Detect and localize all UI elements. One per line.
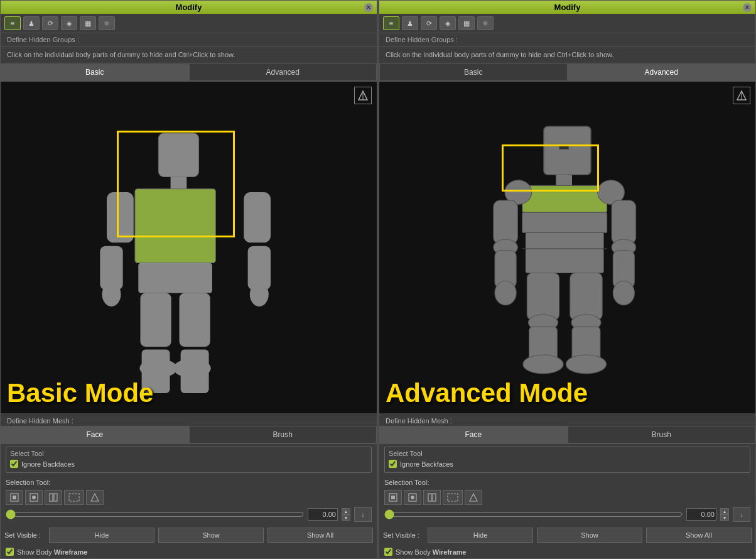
left-select-tool-group: Select Tool Ignore Backfaces bbox=[6, 447, 372, 473]
left-top-tabs: Basic Advanced bbox=[1, 63, 377, 82]
toolbar-checker-icon[interactable]: ▦ bbox=[80, 16, 96, 30]
svg-rect-57 bbox=[391, 496, 395, 499]
toolbar-rotate-icon[interactable]: ⟳ bbox=[42, 16, 58, 30]
right-tab-brush[interactable]: Brush bbox=[568, 426, 756, 443]
right-overlay-label: Advanced Mode bbox=[386, 378, 588, 408]
left-spinner-up[interactable]: ▲ bbox=[342, 508, 350, 514]
right-slider[interactable] bbox=[384, 509, 683, 519]
svg-rect-0 bbox=[158, 133, 198, 177]
left-tool-btn-3[interactable] bbox=[45, 490, 62, 505]
left-selection-tool-row: Selection Tool: bbox=[1, 475, 377, 525]
left-slider[interactable] bbox=[6, 509, 304, 519]
left-ignore-backfaces-row: Ignore Backfaces bbox=[10, 460, 367, 468]
svg-rect-10 bbox=[140, 293, 171, 347]
right-selection-tool-row: Selection Tool: bbox=[379, 475, 755, 525]
left-number-input[interactable] bbox=[308, 508, 338, 521]
right-tool-btn-4[interactable] bbox=[443, 490, 463, 505]
left-tab-advanced[interactable]: Advanced bbox=[189, 63, 377, 81]
right-tool-btn-1[interactable] bbox=[384, 490, 402, 505]
svg-rect-62 bbox=[448, 494, 458, 501]
left-viewport: Basic Mode bbox=[1, 82, 377, 413]
right-down-arrow-btn[interactable]: ↓ bbox=[733, 507, 750, 522]
left-spinner-down[interactable]: ▼ bbox=[342, 514, 350, 521]
left-set-visible-label: Set Visible : bbox=[4, 531, 45, 539]
svg-point-8 bbox=[250, 283, 269, 307]
right-viewport-icon[interactable] bbox=[733, 87, 750, 104]
svg-rect-23 bbox=[54, 494, 57, 501]
right-show-all-button[interactable]: Show All bbox=[646, 528, 752, 543]
right-tool-btn-5[interactable] bbox=[465, 490, 482, 505]
left-hide-button[interactable]: Hide bbox=[49, 528, 154, 543]
left-select-tool-label: Select Tool bbox=[10, 450, 367, 457]
left-visible-row: Set Visible : Hide Show Show All bbox=[4, 528, 373, 543]
right-ignore-backfaces-checkbox[interactable] bbox=[389, 460, 397, 468]
left-tool-btn-1[interactable] bbox=[6, 490, 23, 505]
left-panel: Modify ✕ ≡ ♟ ⟳ ◈ ▦ ⚛ Define Hidden Group… bbox=[0, 0, 377, 559]
right-toolbar: ≡ ♟ ⟳ ◈ ▦ ⚛ bbox=[379, 14, 755, 33]
svg-marker-63 bbox=[470, 494, 477, 501]
svg-rect-26 bbox=[544, 127, 591, 175]
right-title-bar: Modify ✕ bbox=[379, 1, 755, 14]
right-tab-basic[interactable]: Basic bbox=[379, 63, 568, 81]
right-number-input[interactable] bbox=[686, 508, 716, 521]
left-tab-basic[interactable]: Basic bbox=[1, 63, 189, 81]
left-tab-brush[interactable]: Brush bbox=[189, 426, 377, 443]
left-tool-btn-4[interactable] bbox=[64, 490, 84, 505]
svg-point-42 bbox=[613, 281, 634, 306]
left-show-all-button[interactable]: Show All bbox=[267, 528, 373, 543]
left-tool-btn-2[interactable] bbox=[25, 490, 43, 505]
right-panel: Modify ✕ ≡ ♟ ⟳ ◈ ▦ ⚛ Define Hidden Group… bbox=[379, 0, 756, 559]
left-selection-tool-label: Selection Tool: bbox=[6, 477, 372, 488]
right-viewport: Advanced Mode bbox=[379, 82, 755, 413]
right-spinner-up[interactable]: ▲ bbox=[720, 508, 729, 514]
left-bottom-tabs: Face Brush bbox=[1, 426, 377, 444]
svg-point-46 bbox=[523, 355, 563, 374]
svg-marker-25 bbox=[91, 494, 99, 501]
right-bottom-tabs: Face Brush bbox=[379, 426, 755, 444]
right-select-tool-group: Select Tool Ignore Backfaces bbox=[384, 447, 750, 473]
right-instruction: Click on the individual body parts of du… bbox=[379, 46, 755, 63]
right-select-tool-label: Select Tool bbox=[389, 450, 746, 457]
right-spinner-down[interactable]: ▼ bbox=[720, 514, 729, 521]
right-tab-face[interactable]: Face bbox=[379, 426, 568, 443]
right-toolbar-diamond-icon[interactable]: ◈ bbox=[440, 16, 456, 30]
toolbar-figure-icon[interactable]: ♟ bbox=[23, 16, 40, 30]
right-dummy-figure bbox=[379, 82, 755, 413]
left-viewport-icon[interactable] bbox=[354, 87, 372, 104]
right-slider-row: ▲ ▼ ↓ bbox=[384, 507, 750, 522]
left-show-button[interactable]: Show bbox=[158, 528, 264, 543]
svg-rect-34 bbox=[494, 200, 518, 244]
right-ignore-backfaces-label: Ignore Backfaces bbox=[400, 460, 453, 468]
right-toolbar-atom-icon[interactable]: ⚛ bbox=[477, 16, 494, 30]
left-ignore-backfaces-checkbox[interactable] bbox=[10, 460, 18, 468]
svg-rect-47 bbox=[570, 273, 602, 320]
svg-point-12 bbox=[139, 359, 177, 378]
svg-point-59 bbox=[411, 496, 414, 499]
toolbar-sliders-icon[interactable]: ≡ bbox=[4, 16, 21, 30]
right-wireframe-label: Show Body Wireframe bbox=[396, 548, 466, 556]
right-hide-button[interactable]: Hide bbox=[428, 528, 533, 543]
right-toolbar-figure-icon[interactable]: ♟ bbox=[402, 16, 418, 30]
left-down-arrow-btn[interactable]: ↓ bbox=[354, 507, 372, 522]
left-close-button[interactable]: ✕ bbox=[364, 3, 373, 12]
left-wireframe-checkbox[interactable] bbox=[6, 548, 14, 556]
toolbar-atom-icon[interactable]: ⚛ bbox=[99, 16, 115, 30]
left-tool-btn-5[interactable] bbox=[86, 490, 104, 505]
right-toolbar-sliders-icon[interactable]: ≡ bbox=[383, 16, 399, 30]
right-toolbar-checker-icon[interactable]: ▦ bbox=[458, 16, 475, 30]
svg-rect-30 bbox=[522, 213, 607, 233]
left-tab-face[interactable]: Face bbox=[1, 426, 189, 443]
left-toolbar: ≡ ♟ ⟳ ◈ ▦ ⚛ bbox=[1, 14, 377, 33]
right-tab-advanced[interactable]: Advanced bbox=[568, 63, 756, 81]
right-show-button[interactable]: Show bbox=[537, 528, 642, 543]
svg-point-5 bbox=[102, 283, 121, 307]
svg-rect-29 bbox=[522, 186, 607, 213]
right-wireframe-checkbox[interactable] bbox=[384, 548, 392, 556]
right-tool-btn-2[interactable] bbox=[404, 490, 421, 505]
right-tool-btn-3[interactable] bbox=[423, 490, 441, 505]
right-ignore-backfaces-row: Ignore Backfaces bbox=[389, 460, 746, 468]
right-toolbar-rotate-icon[interactable]: ⟳ bbox=[421, 16, 437, 30]
toolbar-diamond-icon[interactable]: ◈ bbox=[61, 16, 77, 30]
right-close-button[interactable]: ✕ bbox=[743, 3, 752, 12]
svg-rect-39 bbox=[612, 200, 636, 244]
